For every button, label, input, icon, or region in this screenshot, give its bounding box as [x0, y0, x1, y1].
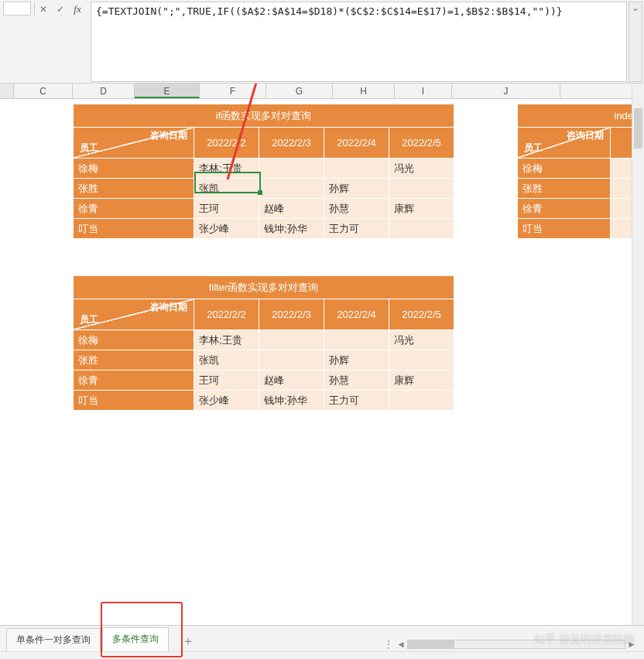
date-header: 2022/2/5 — [389, 299, 454, 330]
row-label: 徐梅 — [74, 330, 194, 350]
scroll-thumb[interactable] — [408, 640, 454, 648]
data-cell[interactable]: 冯光 — [389, 330, 454, 350]
table-title: filter函数实现多对对查询 — [74, 276, 454, 299]
x-icon: ✕ — [39, 4, 47, 15]
horizontal-scrollbar[interactable]: ⋮ ◄ ► — [382, 637, 638, 651]
row-label: 叮当 — [74, 391, 194, 411]
fx-icon: fx — [74, 3, 80, 15]
formula-expand-button[interactable]: ⌄ — [629, 2, 642, 82]
column-header[interactable]: E — [135, 84, 200, 98]
column-headers: C D E F G H I J — [0, 84, 644, 99]
data-cell[interactable]: 孙慧 — [324, 199, 389, 219]
data-cell[interactable]: 孙慧 — [324, 370, 389, 391]
add-sheet-button[interactable]: ＋ — [178, 631, 198, 651]
diag-bottom-label: 员工 — [80, 142, 98, 155]
row-label: 徐青 — [74, 370, 194, 391]
diag-top-label: 咨询日期 — [567, 129, 604, 142]
column-header[interactable]: H — [333, 84, 395, 98]
column-header[interactable]: D — [73, 84, 135, 98]
data-cell[interactable] — [389, 391, 454, 411]
data-cell[interactable]: 赵峰 — [259, 370, 324, 391]
data-cell[interactable]: 张凯 — [194, 179, 259, 199]
scroll-thumb[interactable] — [634, 108, 642, 149]
diagonal-header: 咨询日期 员工 — [74, 128, 194, 159]
date-header: 2022/2/4 — [324, 299, 389, 330]
scroll-left-button[interactable]: ◄ — [395, 638, 407, 650]
data-cell[interactable] — [389, 219, 454, 239]
scroll-track[interactable] — [407, 640, 625, 649]
data-cell[interactable]: 张少峰 — [194, 219, 259, 239]
vertical-scrollbar[interactable] — [632, 84, 644, 625]
data-cell[interactable] — [324, 330, 389, 350]
diag-bottom-label: 员工 — [524, 142, 543, 155]
cancel-button[interactable]: ✕ — [35, 2, 52, 17]
data-cell[interactable]: 孙辉 — [324, 179, 389, 199]
formula-bar: ✕ ✓ fx {=TEXTJOIN(";",TRUE,IF(($A$2:$A$1… — [0, 0, 644, 84]
column-header[interactable]: G — [266, 84, 333, 98]
date-header: 2022/2/3 — [259, 128, 324, 159]
column-header[interactable]: C — [14, 84, 73, 98]
data-cell[interactable]: 钱坤;孙华 — [259, 219, 324, 239]
data-cell[interactable]: 王珂 — [194, 199, 259, 219]
data-cell[interactable]: 赵峰 — [259, 199, 324, 219]
scroll-right-button[interactable]: ► — [625, 638, 638, 650]
row-label: 张胜 — [74, 179, 194, 199]
data-cell[interactable]: 张少峰 — [194, 391, 259, 411]
data-cell[interactable]: 李林;王贵 — [194, 159, 259, 179]
table-index-lookup-partial: inde 咨询日期 员工 徐梅 张胜 徐青 叮当 — [517, 104, 634, 239]
data-cell[interactable] — [259, 179, 324, 199]
data-cell[interactable] — [259, 159, 324, 179]
data-cell[interactable]: 孙辉 — [324, 350, 389, 370]
data-cell[interactable] — [259, 330, 324, 350]
plus-icon: ＋ — [182, 633, 194, 650]
diagonal-header: 咨询日期 员工 — [74, 299, 194, 330]
column-header[interactable]: F — [200, 84, 266, 98]
formula-input[interactable]: {=TEXTJOIN(";",TRUE,IF(($A$2:$A$14=$D18)… — [91, 2, 627, 82]
select-all-corner[interactable] — [0, 84, 14, 98]
accept-button[interactable]: ✓ — [52, 2, 69, 17]
diag-top-label: 咨询日期 — [150, 301, 187, 314]
data-cell[interactable] — [389, 179, 454, 199]
diagonal-header: 咨询日期 员工 — [518, 128, 611, 159]
row-label: 徐梅 — [518, 159, 611, 179]
row-label: 张胜 — [518, 179, 611, 199]
sheet-tab-active[interactable]: 多条件查询 — [102, 627, 169, 652]
data-cell[interactable]: 钱坤;孙华 — [259, 391, 324, 411]
data-cell[interactable] — [611, 179, 634, 199]
data-cell[interactable]: 康辉 — [389, 199, 454, 219]
data-cell[interactable]: 王力可 — [324, 219, 389, 239]
name-box[interactable] — [3, 2, 31, 15]
table-filter-lookup: filter函数实现多对对查询 咨询日期 员工 2022/2/2 2022/2/… — [73, 275, 454, 411]
table-title: inde — [518, 104, 634, 128]
row-label: 叮当 — [518, 219, 611, 239]
row-label: 徐青 — [518, 199, 611, 219]
column-header[interactable]: I — [395, 84, 452, 98]
data-cell[interactable]: 冯光 — [389, 159, 454, 179]
date-header: 2022/2/4 — [324, 128, 389, 159]
column-header[interactable]: J — [452, 84, 560, 98]
chevron-down-icon: ⌄ — [632, 2, 639, 13]
grid-area[interactable]: if函数实现多对对查询 咨询日期 员工 2022/2/2 2022/2/3 20… — [14, 99, 644, 625]
insert-function-button[interactable]: fx — [69, 2, 86, 17]
data-cell[interactable]: 康辉 — [389, 370, 454, 391]
data-cell[interactable]: 李林;王贵 — [194, 330, 259, 350]
data-cell[interactable] — [611, 219, 634, 239]
date-header — [611, 128, 634, 159]
scroll-separator-icon: ⋮ — [382, 638, 395, 650]
data-cell[interactable] — [259, 350, 324, 370]
status-bar — [0, 651, 644, 659]
data-cell[interactable]: 张凯 — [194, 350, 259, 370]
sheet-tab[interactable]: 单条件一对多查询 — [6, 628, 101, 651]
data-cell[interactable] — [389, 350, 454, 370]
data-cell[interactable] — [324, 159, 389, 179]
date-header: 2022/2/2 — [194, 299, 259, 330]
row-label: 徐青 — [74, 199, 194, 219]
row-label: 徐梅 — [74, 159, 194, 179]
data-cell[interactable]: 王力可 — [324, 391, 389, 411]
data-cell[interactable] — [611, 199, 634, 219]
data-cell[interactable]: 王珂 — [194, 370, 259, 391]
worksheet[interactable]: C D E F G H I J if函数实现多对对查询 咨询日期 员工 2022… — [0, 84, 644, 625]
check-icon: ✓ — [57, 4, 64, 15]
table-title: if函数实现多对对查询 — [74, 104, 454, 128]
data-cell[interactable] — [611, 159, 634, 179]
